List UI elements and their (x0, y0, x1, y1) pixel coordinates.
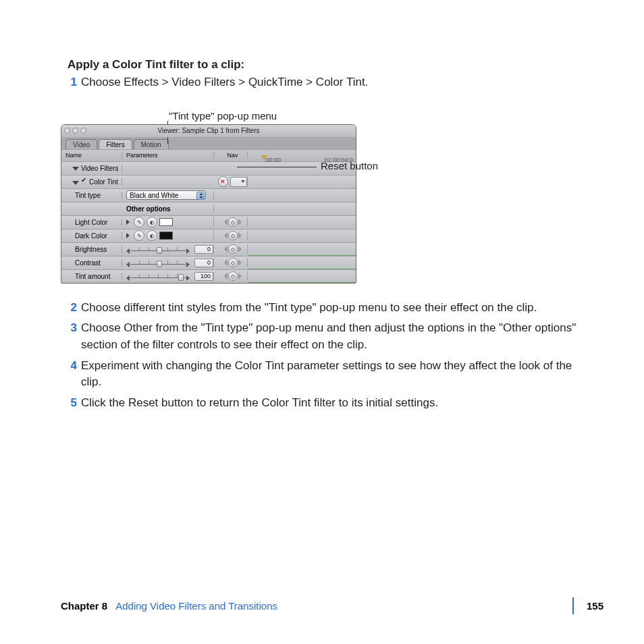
window-titlebar: Viewer: Sample Clip 1 from Filters (61, 125, 356, 137)
contrast-slider[interactable] (126, 259, 190, 267)
chapter-label: Chapter 8 (61, 600, 107, 612)
label-video-filters: Video Filters (81, 165, 118, 172)
reset-button[interactable]: ✕ (218, 176, 228, 187)
eyedropper-button[interactable]: ✎ (134, 217, 144, 227)
light-color-swatch[interactable] (159, 218, 173, 226)
tint-amount-slider[interactable] (126, 272, 190, 280)
step-number-4: 4 (61, 358, 77, 391)
prev-keyframe-icon[interactable] (224, 259, 227, 266)
next-keyframe-icon[interactable] (238, 219, 242, 225)
dark-color-swatch[interactable] (159, 232, 173, 240)
prev-keyframe-icon[interactable] (224, 232, 227, 239)
step-text-4: Experiment with changing the Color Tint … (81, 358, 583, 391)
tint-amount-value[interactable]: 100 (194, 272, 213, 281)
disclosure-down-icon[interactable] (72, 181, 79, 185)
footer-rule (572, 597, 574, 614)
callout-reset-button: Reset button (321, 160, 378, 171)
label-tint-type: Tint type (75, 192, 101, 199)
row-contrast: Contrast 0 ◇ (61, 256, 356, 269)
keyframe-nav-light[interactable]: ◇ (224, 217, 242, 227)
disclosure-right-icon[interactable] (126, 233, 130, 238)
enable-checkbox[interactable] (81, 178, 88, 184)
label-color-tint: Color Tint (89, 178, 118, 186)
brightness-value[interactable]: 0 (194, 245, 213, 254)
step-text-5: Click the Reset button to return the Col… (81, 395, 583, 412)
row-video-filters[interactable]: Video Filters (61, 161, 356, 175)
window-title: Viewer: Sample Clip 1 from Filters (158, 127, 260, 134)
step-text-2: Choose different tint styles from the "T… (81, 300, 583, 317)
step-number-3: 3 (61, 320, 77, 353)
row-other-options: Other options (61, 202, 356, 215)
prev-keyframe-icon[interactable] (224, 219, 227, 225)
label-tint-amount: Tint amount (75, 273, 110, 280)
label-other-options: Other options (122, 205, 214, 213)
disclosure-down-icon[interactable] (72, 167, 79, 171)
column-header-row: Name Parameters Nav :00:00 01:00:04;0 (61, 149, 356, 161)
next-keyframe-icon[interactable] (238, 259, 242, 266)
clip-keyframe-popup[interactable] (230, 177, 247, 187)
add-keyframe-icon[interactable]: ◇ (228, 244, 238, 254)
hue-wheel-button[interactable]: ◐ (146, 217, 157, 227)
close-icon[interactable] (64, 128, 70, 134)
col-header-name: Name (61, 152, 122, 159)
tab-video[interactable]: Video (65, 139, 97, 149)
label-dark-color: Dark Color (75, 232, 107, 240)
viewer-tabs: Video Filters Motion (61, 137, 356, 149)
prev-keyframe-icon[interactable] (224, 273, 227, 279)
keyframe-nav-contrast[interactable]: ◇ (224, 258, 242, 267)
next-keyframe-icon[interactable] (238, 246, 242, 252)
tint-type-value: Black and White (130, 192, 178, 199)
add-keyframe-icon[interactable]: ◇ (228, 231, 238, 240)
row-tint-type: Tint type Black and White (61, 188, 356, 202)
keyframe-nav-tint-amount[interactable]: ◇ (224, 271, 242, 281)
disclosure-right-icon[interactable] (126, 219, 130, 225)
row-dark-color: Dark Color ✎ ◐ ◇ (61, 229, 356, 242)
tab-motion[interactable]: Motion (134, 139, 169, 149)
col-header-nav: Nav (214, 152, 248, 159)
contrast-value[interactable]: 0 (194, 259, 213, 267)
section-heading: Apply a Color Tint filter to a clip: (68, 58, 583, 72)
row-brightness: Brightness 0 ◇ (61, 242, 356, 256)
chapter-title: Adding Video Filters and Transitions (115, 600, 277, 612)
tint-type-popup[interactable]: Black and White (126, 190, 206, 200)
viewer-window: Viewer: Sample Clip 1 from Filters Video… (61, 124, 356, 284)
step-text-3: Choose Other from the "Tint type" pop-up… (81, 320, 583, 353)
eyedropper-button[interactable]: ✎ (134, 230, 144, 241)
label-light-color: Light Color (75, 219, 107, 226)
row-color-tint[interactable]: Color Tint ✕ (61, 175, 356, 188)
label-contrast: Contrast (75, 259, 101, 267)
add-keyframe-icon[interactable]: ◇ (228, 271, 238, 281)
brightness-slider[interactable] (126, 245, 190, 253)
add-keyframe-icon[interactable]: ◇ (228, 258, 238, 267)
callout-tint-type: "Tint type" pop-up menu (169, 110, 583, 122)
next-keyframe-icon[interactable] (238, 273, 242, 279)
label-brightness: Brightness (75, 246, 107, 253)
zoom-icon[interactable] (80, 128, 86, 134)
popup-arrows-icon (196, 192, 205, 200)
row-light-color: Light Color ✎ ◐ ◇ (61, 215, 356, 229)
hue-wheel-button[interactable]: ◐ (146, 230, 157, 241)
keyframe-nav-dark[interactable]: ◇ (224, 231, 242, 240)
step-number-1: 1 (61, 74, 77, 91)
step-number-5: 5 (61, 395, 77, 412)
tab-filters[interactable]: Filters (99, 139, 132, 149)
keyframe-nav-brightness[interactable]: ◇ (224, 244, 242, 254)
prev-keyframe-icon[interactable] (224, 246, 227, 252)
col-header-parameters: Parameters (122, 152, 214, 159)
minimize-icon[interactable] (72, 128, 78, 134)
playhead-icon[interactable] (261, 155, 267, 160)
row-tint-amount: Tint amount 100 ◇ (61, 269, 356, 283)
step-text-1: Choose Effects > Video Filters > QuickTi… (81, 74, 583, 91)
window-traffic-lights[interactable] (64, 128, 86, 134)
next-keyframe-icon[interactable] (238, 232, 242, 239)
page-number: 155 (587, 600, 603, 612)
add-keyframe-icon[interactable]: ◇ (228, 217, 238, 227)
page-footer: Chapter 8 Adding Video Filters and Trans… (61, 600, 603, 612)
step-number-2: 2 (61, 300, 77, 317)
